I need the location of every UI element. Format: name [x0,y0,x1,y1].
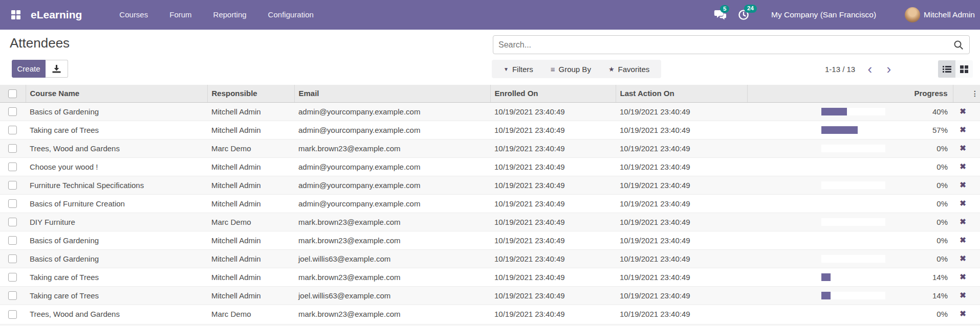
progress-track [821,145,885,152]
row-select-cell [0,139,26,157]
table-row[interactable]: Trees, Wood and Gardens Marc Demo mark.b… [0,305,980,323]
row-select-cell [0,213,26,231]
menu-item-forum[interactable]: Forum [159,0,202,30]
user-menu[interactable]: Mitchell Admin [924,10,975,19]
select-all-checkbox[interactable] [8,89,17,98]
row-checkbox[interactable] [8,162,17,171]
search-icon[interactable] [953,39,964,53]
last-action-on-cell: 10/19/2021 23:40:49 [616,157,747,176]
table-row[interactable]: Basics of Gardening Mitchell Admin joel.… [0,249,980,268]
delete-icon[interactable]: ✖ [960,107,966,115]
progress-track [821,255,885,263]
delete-icon[interactable]: ✖ [960,199,966,207]
row-checkbox[interactable] [8,181,17,190]
favorites-label: Favorites [618,65,650,74]
column-header-responsible[interactable]: Responsible [207,85,294,102]
row-select-cell [0,102,26,121]
pager-next-button[interactable]: › [879,61,898,77]
row-checkbox[interactable] [8,107,17,116]
table-row[interactable]: DIY Furniture Marc Demo mark.brown23@exa… [0,213,980,231]
delete-icon[interactable]: ✖ [960,291,966,299]
search-input[interactable] [493,36,969,54]
responsible-cell: Mitchell Admin [207,194,294,213]
table-row[interactable]: Furniture Technical Specifications Mitch… [0,176,980,194]
table-header-row: Course Name Responsible Email Enrolled O… [0,85,980,102]
column-header-enrolled-on[interactable]: Enrolled On [490,85,616,102]
progress-track [821,292,885,299]
column-header-progress[interactable]: Progress [906,85,953,102]
column-header-email[interactable]: Email [294,85,490,102]
pager-value: 1-13 / 13 [825,65,855,74]
row-select-cell [0,194,26,213]
column-header-last-action-on[interactable]: Last Action On [616,85,747,102]
table-row[interactable]: Basics of Gardening Mitchell Admin mark.… [0,231,980,249]
table-row[interactable]: Taking care of Trees Mitchell Admin mark… [0,268,980,286]
delete-icon[interactable]: ✖ [960,217,966,226]
delete-icon[interactable]: ✖ [960,125,966,134]
messages-button[interactable]: 5 [713,9,727,21]
table-row[interactable]: Choose your wood ! Mitchell Admin admin@… [0,157,980,176]
pager: 1-13 / 13 ‹ › [825,60,898,78]
table-row[interactable]: Taking care of Trees Mitchell Admin joel… [0,286,980,305]
course-name-cell: Taking care of Trees [26,286,207,305]
enrolled-on-cell: 10/19/2021 23:40:49 [490,157,616,176]
row-checkbox[interactable] [8,273,17,282]
enrolled-on-cell: 10/19/2021 23:40:49 [490,249,616,268]
row-checkbox[interactable] [8,291,17,300]
activities-button[interactable]: 24 [737,9,750,21]
apps-menu-icon[interactable] [9,8,23,21]
last-action-on-cell: 10/19/2021 23:40:49 [616,121,747,139]
list-view-button[interactable] [938,60,955,78]
delete-cell: ✖ [953,176,980,194]
course-name-cell: Trees, Wood and Gardens [26,139,207,157]
progress-value-cell: 0% [906,176,953,194]
app-brand[interactable]: eLearning [31,9,82,21]
delete-icon[interactable]: ✖ [960,272,966,281]
delete-icon[interactable]: ✖ [960,254,966,263]
delete-icon[interactable]: ✖ [960,180,966,189]
favorites-button[interactable]: ★ Favorites [600,60,658,78]
row-checkbox[interactable] [8,254,17,263]
company-switcher[interactable]: My Company (San Francisco) [771,10,876,19]
progress-value-cell: 0% [906,231,953,249]
create-button[interactable]: Create [12,60,46,78]
row-checkbox[interactable] [8,218,17,226]
row-checkbox[interactable] [8,199,17,208]
filters-button[interactable]: ▼ Filters [495,60,542,78]
group-by-label: Group By [559,65,591,74]
optional-columns-toggle[interactable]: ⋮ [953,85,980,102]
delete-icon[interactable]: ✖ [960,162,966,171]
kanban-view-button[interactable] [955,60,973,78]
delete-cell: ✖ [953,157,980,176]
table-row[interactable]: Basics of Furniture Creation Mitchell Ad… [0,194,980,213]
table-row[interactable]: Basics of Gardening Mitchell Admin admin… [0,102,980,121]
enrolled-on-cell: 10/19/2021 23:40:49 [490,176,616,194]
group-by-button[interactable]: ≡ Group By [542,60,600,78]
delete-cell: ✖ [953,194,980,213]
delete-icon[interactable]: ✖ [960,144,966,152]
menu-item-configuration[interactable]: Configuration [257,0,324,30]
row-select-cell [0,121,26,139]
pager-previous-button[interactable]: ‹ [860,61,879,77]
export-button[interactable] [46,60,68,78]
course-name-cell: Trees, Wood and Gardens [26,305,207,323]
last-action-on-cell: 10/19/2021 23:40:49 [616,268,747,286]
kanban-view-icon [960,65,968,73]
page-title: Attendees [10,35,70,51]
delete-icon[interactable]: ✖ [960,236,966,244]
row-checkbox[interactable] [8,144,17,153]
next-row-sliver [0,324,980,326]
table-row[interactable]: Trees, Wood and Gardens Marc Demo mark.b… [0,139,980,157]
progress-track [821,218,885,226]
table-row[interactable]: Taking care of Trees Mitchell Admin admi… [0,121,980,139]
row-select-cell [0,268,26,286]
row-checkbox[interactable] [8,310,17,319]
enrolled-on-cell: 10/19/2021 23:40:49 [490,121,616,139]
menu-item-courses[interactable]: Courses [108,0,159,30]
row-checkbox[interactable] [8,236,17,245]
responsible-cell: Mitchell Admin [207,102,294,121]
column-header-course-name[interactable]: Course Name [26,85,207,102]
delete-icon[interactable]: ✖ [960,309,966,318]
row-checkbox[interactable] [8,126,17,134]
menu-item-reporting[interactable]: Reporting [203,0,257,30]
